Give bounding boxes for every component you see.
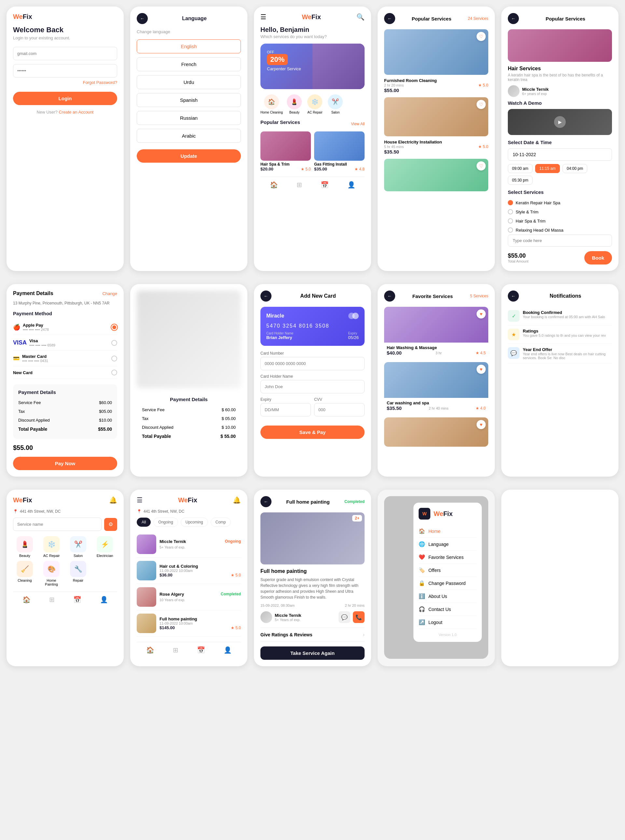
cat-repair[interactable]: 🔧 Repair <box>67 561 90 586</box>
drawer-language[interactable]: 🌐 Language <box>418 538 477 551</box>
back-button[interactable]: ← <box>384 13 395 24</box>
cat-salon[interactable]: ✂️ Salon <box>67 536 90 558</box>
nav-home-cat[interactable]: 🏠 <box>22 596 31 603</box>
favorite-button-1[interactable]: ♡ <box>477 32 486 41</box>
drawer-favorites[interactable]: ❤️ Favorite Services <box>418 551 477 564</box>
service-option-4[interactable]: Relaxing Head Oil Massa <box>508 225 612 234</box>
tab-all[interactable]: All <box>137 518 151 527</box>
date-input[interactable] <box>508 148 612 161</box>
password-input[interactable] <box>13 64 117 77</box>
demo-video[interactable]: ▶ <box>508 109 612 135</box>
back-button[interactable]: ← <box>508 290 519 302</box>
nav-profile-b[interactable]: 👤 <box>224 646 232 654</box>
search-input[interactable] <box>13 518 101 531</box>
category-home-cleaning[interactable]: 🏠 Home Cleaning <box>260 95 283 114</box>
tab-completed[interactable]: Comp <box>211 518 231 527</box>
service-card-1[interactable]: ♡ Furnished Room Cleaning 2 hr 20 mins ★… <box>384 29 488 93</box>
cat-painting[interactable]: 🎨 Home Painting <box>40 561 63 586</box>
cat-cleaning[interactable]: 🧹 Cleaning <box>13 561 36 586</box>
nav-grid[interactable]: ⊞ <box>297 181 302 189</box>
service-option-2[interactable]: Style & Trim <box>508 207 612 216</box>
expiry-input[interactable] <box>260 403 311 417</box>
email-input[interactable] <box>13 47 117 60</box>
fav-service-2[interactable]: ♥ Car washing and spa $35.50 2 hr 40 min… <box>384 362 488 414</box>
change-address-btn[interactable]: Change <box>102 291 117 296</box>
back-button[interactable]: ← <box>137 13 148 24</box>
nav-grid-cat[interactable]: ⊞ <box>49 596 55 603</box>
tab-upcoming[interactable]: Upcoming <box>181 518 208 527</box>
category-beauty[interactable]: 💄 Beauty <box>286 95 303 114</box>
drawer-home[interactable]: 🏠 Home <box>418 525 477 538</box>
payment-apple-pay[interactable]: 🍎 Apple Pay •••• •••• •••• 2478 <box>13 319 117 335</box>
fav-heart-1[interactable]: ♥ <box>477 309 486 319</box>
payment-new-card[interactable]: New Card <box>13 366 117 379</box>
nav-bookings-cat[interactable]: 📅 <box>73 596 81 603</box>
nav-profile[interactable]: 👤 <box>347 181 356 189</box>
booking-miccle[interactable]: Miccle Ternik Ongoing 5+ Years of exp. <box>137 531 241 558</box>
lang-english[interactable]: English <box>137 39 241 53</box>
chat-icon[interactable]: 💬 <box>339 611 350 623</box>
mastercard-radio[interactable] <box>111 356 117 361</box>
booking-haircut[interactable]: Hair cut & Coloring 11-09-2022 10:00am $… <box>137 558 241 584</box>
pay-now-button[interactable]: Pay Now <box>13 457 117 470</box>
cat-electrician[interactable]: ⚡ Electrician <box>93 536 117 558</box>
service-hair-spa[interactable]: Hair Spa & Trim $20.00 ★ 5.0 <box>260 132 311 172</box>
service-option-1[interactable]: Keratin Repair Hair Spa <box>508 198 612 207</box>
fav-heart-3[interactable]: ♥ <box>477 420 486 429</box>
fav-service-3[interactable]: ♥ <box>384 417 488 447</box>
favorite-button-2[interactable]: ♡ <box>477 100 486 109</box>
favorite-button-3[interactable]: ♡ <box>477 161 486 170</box>
apple-pay-radio[interactable] <box>111 324 117 330</box>
drawer-contact[interactable]: 🎧 Contact Us <box>418 603 477 616</box>
time-9am[interactable]: 09:00 am <box>508 164 533 173</box>
new-card-radio[interactable] <box>111 370 117 375</box>
drawer-offers[interactable]: 🏷️ Offers <box>418 564 477 577</box>
cardholder-name-input[interactable] <box>260 380 365 393</box>
lang-urdu[interactable]: Urdu <box>137 75 241 89</box>
lang-french[interactable]: French <box>137 57 241 71</box>
filter-icon[interactable]: ⚙ <box>104 518 117 531</box>
cat-beauty[interactable]: 💄 Beauty <box>13 536 36 558</box>
time-4pm[interactable]: 04:00 pm <box>563 164 587 173</box>
drawer-logout[interactable]: ↗️ Logout <box>418 616 477 629</box>
back-button[interactable]: ← <box>260 290 272 302</box>
drawer-change-password[interactable]: 🔒 Change Password <box>418 577 477 590</box>
hamburger-icon[interactable]: ☰ <box>137 496 143 504</box>
service-gas-fitting[interactable]: Gas Fitting Install $35.00 ★ 4.8 <box>314 132 365 172</box>
login-button[interactable]: Login <box>13 92 117 105</box>
bell-icon[interactable]: 🔔 <box>109 496 117 504</box>
nav-home[interactable]: 🏠 <box>270 181 278 189</box>
search-icon[interactable]: 🔍 <box>356 13 365 21</box>
promo-input[interactable] <box>508 234 612 246</box>
forgot-password-link[interactable]: Forgot Password? <box>83 80 118 85</box>
card-number-input[interactable] <box>260 357 365 370</box>
visa-radio[interactable] <box>111 340 117 346</box>
drawer-about[interactable]: ℹ️ About Us <box>418 590 477 603</box>
hamburger-icon[interactable]: ☰ <box>260 13 266 21</box>
call-icon[interactable]: 📞 <box>353 611 365 623</box>
create-account-link[interactable]: Create an Account <box>59 110 93 115</box>
nav-profile-cat[interactable]: 👤 <box>100 596 108 603</box>
nav-bookings-b[interactable]: 📅 <box>197 646 205 654</box>
lang-russian[interactable]: Russian <box>137 111 241 125</box>
service-option-3[interactable]: Hair Spa & Trim <box>508 216 612 225</box>
fav-heart-2[interactable]: ♥ <box>477 365 486 374</box>
category-ac[interactable]: ❄️ AC Repair <box>306 95 324 114</box>
back-button[interactable]: ← <box>384 290 395 302</box>
lang-arabic[interactable]: Arabic <box>137 129 241 143</box>
time-11am[interactable]: 11:15 am <box>535 164 560 173</box>
category-salon[interactable]: ✂️ Salon <box>326 95 344 114</box>
booking-rose[interactable]: Rose Algery Completed 10 Years of exp. <box>137 584 241 610</box>
service-card-2[interactable]: ♡ House Electricity Installation 5 hr 45… <box>384 97 488 155</box>
view-all-link[interactable]: View All <box>351 122 365 126</box>
tab-ongoing[interactable]: Ongoing <box>153 518 178 527</box>
update-language-button[interactable]: Update <box>137 149 241 163</box>
back-button[interactable]: ← <box>260 496 272 507</box>
take-service-again-button[interactable]: Take Service Again <box>260 646 365 660</box>
save-pay-button[interactable]: Save & Pay <box>260 426 365 439</box>
time-530pm[interactable]: 05:30 pm <box>508 176 533 185</box>
nav-grid-b[interactable]: ⊞ <box>173 646 179 654</box>
nav-home-b[interactable]: 🏠 <box>146 646 154 654</box>
back-button[interactable]: ← <box>508 13 519 24</box>
payment-visa[interactable]: VISA Visa •••• •••• •••• 6589 <box>13 335 117 351</box>
